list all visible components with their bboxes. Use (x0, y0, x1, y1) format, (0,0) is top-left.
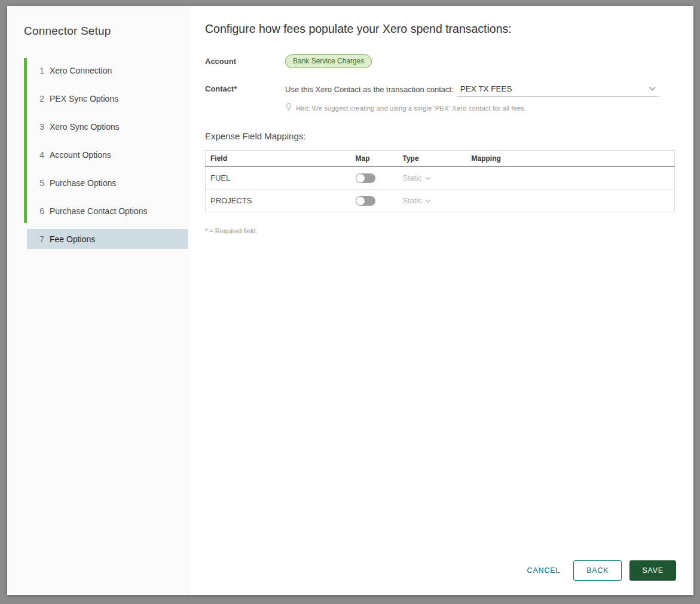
field-name: FUEL (206, 167, 351, 190)
step-number: 4 (38, 150, 44, 160)
sidebar-title: Connector Setup (24, 25, 188, 38)
sidebar-step-account-options[interactable]: 4 Account Options (7, 141, 188, 169)
contact-select[interactable]: PEX TX FEES (457, 84, 659, 97)
required-field-note: * = Required field. (205, 227, 675, 234)
chevron-down-icon (425, 196, 431, 205)
projects-map-toggle[interactable] (356, 196, 375, 206)
connector-setup-card: Connector Setup 1 Xero Connection 2 PEX … (7, 6, 693, 595)
contact-select-value: PEX TX FEES (460, 84, 512, 93)
mappings-heading: Expense Field Mappings: (205, 131, 675, 141)
sidebar-step-xero-connection[interactable]: 1 Xero Connection (7, 56, 188, 84)
step-number: 3 (38, 122, 44, 132)
step-label: Xero Connection (50, 66, 112, 75)
step-label: PEX Sync Options (50, 94, 118, 103)
table-row: PROJECTS Static (206, 190, 675, 212)
table-row: FUEL Static (206, 167, 675, 190)
contact-row: Contact* Use this Xero Contact as the tr… (205, 84, 675, 113)
step-label: Account Options (50, 150, 111, 160)
column-header-field: Field (206, 151, 351, 167)
mapping-value (467, 190, 675, 212)
contact-hint: Hint: We suggest creating and using a si… (285, 103, 675, 113)
sidebar-step-pex-sync-options[interactable]: 2 PEX Sync Options (7, 84, 188, 112)
column-header-mapping: Mapping (467, 151, 675, 167)
main-content: Configure how fees populate your Xero sp… (188, 6, 693, 595)
table-header-row: Field Map Type Mapping (206, 151, 675, 167)
contact-hint-text: Hint: We suggest creating and using a si… (296, 105, 526, 112)
field-name: PROJECTS (206, 190, 351, 212)
chevron-down-icon (649, 84, 656, 93)
column-header-map: Map (351, 151, 398, 167)
step-label: Purchase Options (50, 178, 116, 188)
step-number: 6 (38, 206, 44, 216)
action-bar: CANCEL BACK SAVE (521, 560, 676, 581)
progress-bar (24, 58, 27, 223)
step-number: 7 (38, 234, 44, 244)
projects-type-value: Static (403, 196, 423, 205)
chevron-down-icon (425, 173, 431, 182)
account-row: Account Bank Service Charges (205, 54, 675, 68)
expense-mappings-table: Field Map Type Mapping FUEL Static (205, 150, 675, 212)
sidebar-step-fee-options[interactable]: 7 Fee Options (27, 229, 188, 249)
fuel-map-toggle[interactable] (356, 173, 375, 183)
cancel-button[interactable]: CANCEL (521, 562, 567, 579)
save-button[interactable]: SAVE (629, 560, 676, 581)
sidebar: Connector Setup 1 Xero Connection 2 PEX … (7, 6, 188, 595)
fuel-type-select[interactable]: Static (403, 173, 432, 182)
step-number: 2 (38, 94, 44, 103)
step-number: 1 (38, 66, 44, 75)
step-label: Fee Options (50, 234, 95, 244)
contact-description: Use this Xero Contact as the transaction… (285, 85, 454, 97)
mapping-value (467, 167, 675, 190)
page-title: Configure how fees populate your Xero sp… (205, 22, 675, 36)
contact-label: Contact* (205, 84, 285, 93)
step-label: Purchase Contact Options (50, 206, 147, 216)
step-list: 1 Xero Connection 2 PEX Sync Options 3 X… (7, 56, 188, 249)
sidebar-step-purchase-contact-options[interactable]: 6 Purchase Contact Options (7, 197, 188, 225)
column-header-type: Type (398, 151, 467, 167)
account-badge: Bank Service Charges (285, 54, 372, 68)
fuel-type-value: Static (403, 173, 423, 182)
sidebar-step-purchase-options[interactable]: 5 Purchase Options (7, 169, 188, 197)
projects-type-select[interactable]: Static (403, 196, 432, 205)
account-label: Account (205, 57, 285, 66)
sidebar-step-xero-sync-options[interactable]: 3 Xero Sync Options (7, 112, 188, 141)
back-button[interactable]: BACK (573, 560, 622, 581)
step-label: Xero Sync Options (50, 122, 120, 132)
lightbulb-icon (285, 103, 292, 113)
step-number: 5 (38, 178, 44, 188)
